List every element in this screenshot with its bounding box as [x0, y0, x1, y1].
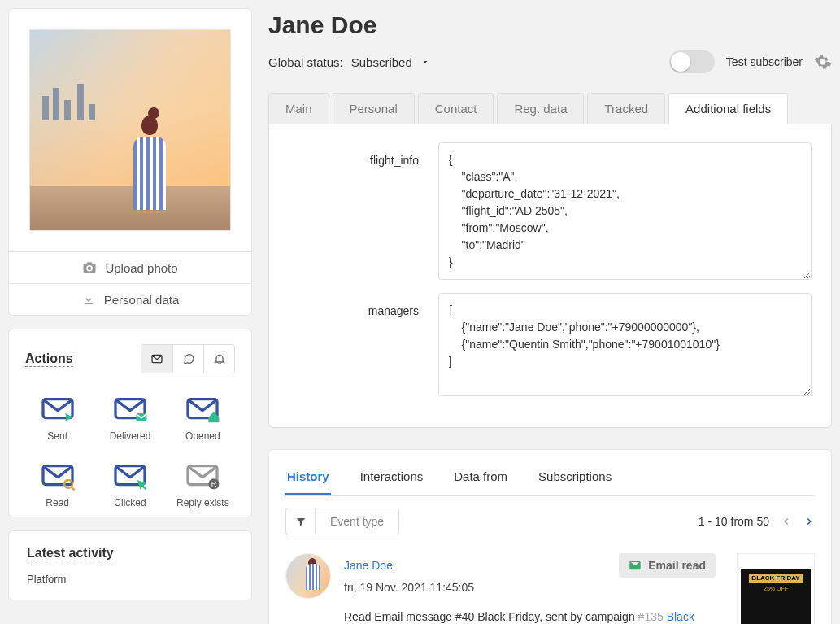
latest-platform-label: Platform: [27, 573, 233, 585]
tab-additional-fields[interactable]: Additional fields: [668, 93, 788, 124]
pager-next-icon[interactable]: [803, 516, 815, 527]
channel-email-button[interactable]: [141, 345, 172, 373]
action-item-read: Read: [25, 461, 89, 508]
upload-photo-label: Upload photo: [105, 261, 177, 275]
actions-card: Actions Sent: [8, 329, 252, 517]
bell-icon: [213, 352, 226, 365]
delivered-icon: [110, 395, 150, 424]
profile-photo: [29, 29, 231, 231]
clicked-icon: [110, 461, 150, 491]
managers-label: managers: [289, 293, 419, 396]
preview-thumbnail: BLACK FRIDAY 25% OFF: [741, 557, 811, 624]
pager-prev-icon[interactable]: [781, 516, 792, 527]
entry-user-link[interactable]: Jane Doe: [344, 559, 393, 572]
action-item-sent: Sent: [25, 395, 89, 442]
action-item-opened: Opened: [171, 395, 235, 442]
download-icon: [81, 292, 96, 307]
event-type-filter[interactable]: Event type: [285, 508, 399, 535]
managers-textarea[interactable]: [438, 293, 812, 396]
additional-fields-panel: flight_info managers: [268, 124, 832, 428]
htab-history[interactable]: History: [285, 463, 331, 495]
read-icon: [37, 461, 78, 491]
pager-text: 1 - 10 from 50: [699, 515, 769, 528]
personal-data-label: Personal data: [104, 293, 180, 307]
actions-channel-segment: [141, 344, 235, 373]
entry-avatar: [285, 553, 331, 599]
channel-push-button[interactable]: [203, 345, 234, 373]
settings-icon[interactable]: [814, 53, 832, 71]
flight-info-textarea[interactable]: [438, 142, 812, 280]
action-item-delivered: Delivered: [98, 395, 162, 442]
tab-main[interactable]: Main: [268, 93, 329, 124]
latest-activity-card: Latest activity Platform: [8, 530, 252, 600]
actions-title: Actions: [25, 351, 73, 367]
entry-description: Read Email message #40 Black Friday, sen…: [344, 610, 716, 624]
chevron-down-icon[interactable]: [420, 57, 430, 67]
entry-date: fri, 19 Nov. 2021 11:45:05: [344, 581, 716, 594]
personal-data-button[interactable]: Personal data: [9, 283, 251, 315]
action-item-clicked: Clicked: [98, 461, 162, 508]
tab-reg-data[interactable]: Reg. data: [497, 93, 584, 124]
channel-sms-button[interactable]: [172, 345, 203, 373]
action-item-reply: R Reply exists: [171, 461, 235, 508]
filter-icon[interactable]: [286, 508, 316, 535]
event-type-label: Event type: [316, 508, 398, 535]
history-entry: Jane Doe Email read fri, 19 Nov. 2021 11…: [285, 547, 815, 624]
flight-info-label: flight_info: [289, 142, 419, 280]
tab-tracked[interactable]: Tracked: [587, 93, 665, 124]
email-preview[interactable]: BLACK FRIDAY 25% OFF Preview: [737, 553, 815, 624]
htab-subscriptions[interactable]: Subscriptions: [537, 463, 613, 495]
camera-icon: [82, 260, 97, 275]
svg-line-4: [71, 487, 74, 490]
svg-text:R: R: [211, 480, 217, 488]
envelope-icon: [150, 352, 163, 365]
upload-photo-button[interactable]: Upload photo: [9, 251, 251, 283]
envelope-check-icon: [629, 559, 642, 572]
profile-photo-card: Upload photo Personal data: [8, 8, 252, 316]
tab-contact[interactable]: Contact: [418, 93, 494, 124]
global-status-value: Subscribed: [351, 55, 412, 69]
global-status-label: Global status:: [268, 55, 343, 69]
chat-icon: [182, 352, 195, 365]
htab-interactions[interactable]: Interactions: [359, 463, 425, 495]
test-subscriber-toggle[interactable]: [669, 50, 715, 73]
entry-status-badge: Email read: [619, 553, 716, 578]
reply-icon: R: [182, 461, 223, 491]
page-title: Jane Doe: [268, 11, 832, 39]
latest-activity-title: Latest activity: [27, 546, 114, 561]
profile-tabs: Main Personal Contact Reg. data Tracked …: [268, 93, 832, 124]
history-card: History Interactions Data from Subscript…: [268, 449, 832, 624]
tab-personal[interactable]: Personal: [333, 93, 415, 124]
sent-icon: [37, 395, 78, 424]
opened-icon: [182, 395, 223, 424]
htab-data-from[interactable]: Data from: [452, 463, 509, 495]
test-subscriber-label: Test subscriber: [726, 55, 803, 68]
